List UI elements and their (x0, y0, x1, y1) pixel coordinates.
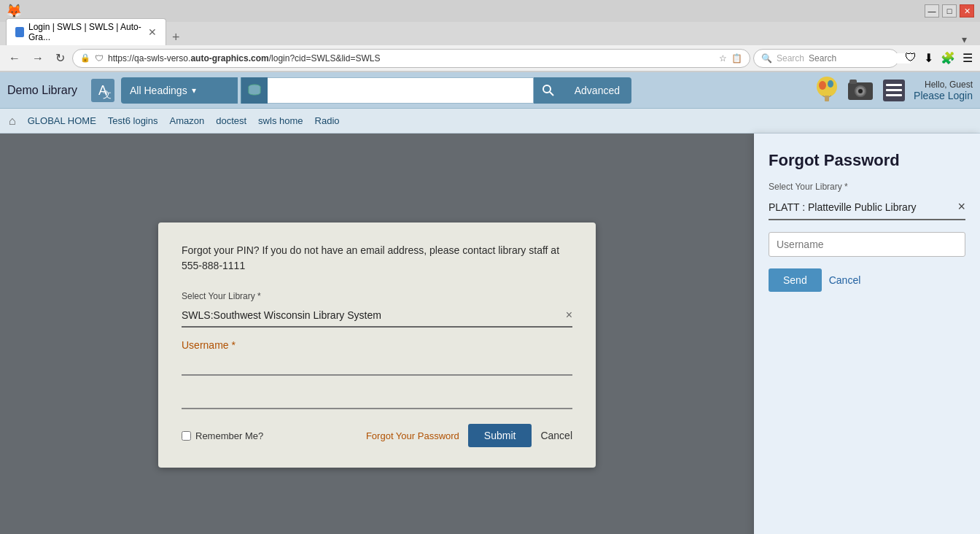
svg-rect-19 (886, 89, 902, 91)
svg-point-16 (858, 89, 863, 93)
forgot-panel-title: Forgot Password (769, 151, 965, 170)
password-group (182, 387, 572, 409)
lock-icon: 🔒 (80, 53, 90, 63)
forward-button[interactable]: → (28, 49, 48, 68)
user-section: Hello, Guest Please Login (914, 80, 973, 101)
username-label: Username * (182, 339, 572, 351)
tab-bar: Login | SWLS | SWLS | Auto-Gra... ✕ + ▾ (0, 22, 980, 45)
search-category-label: All Headings (130, 85, 187, 96)
search-bar: All Headings ▾ Advanced (121, 77, 631, 104)
login-card: Forgot your PIN? If you do not have an e… (158, 222, 596, 468)
search-button[interactable] (534, 77, 563, 104)
translate-icon[interactable]: A 文 (90, 78, 115, 103)
nav-link-swls-home[interactable]: swls home (258, 115, 303, 126)
app-header: Demo Library A 文 All Headings ▾ Adva (0, 72, 980, 109)
menu-icon[interactable]: ☰ (960, 51, 976, 65)
home-icon[interactable]: ⌂ (9, 115, 16, 128)
search-icon: 🔍 (761, 53, 772, 63)
back-button[interactable]: ← (4, 49, 25, 68)
bookmark-icon[interactable]: 📋 (731, 53, 742, 63)
svg-rect-20 (886, 94, 902, 96)
database-icon[interactable] (241, 77, 268, 104)
nav-link-test6[interactable]: Test6 logins (108, 115, 158, 126)
url-domain: auto-graphics.com (190, 53, 268, 63)
remember-me-checkbox[interactable] (182, 431, 191, 441)
main-content: Forgot your PIN? If you do not have an e… (0, 134, 980, 534)
library-select-group: Select Your Library * SWLS:Southwest Wis… (182, 291, 572, 328)
remember-me-text: Remember Me? (195, 430, 263, 441)
nav-link-doctest[interactable]: doctest (216, 115, 246, 126)
forgot-pin-text: Forgot your PIN? If you do not have an e… (182, 243, 572, 274)
extension-icon[interactable]: 🧩 (938, 51, 958, 65)
panel-library-clear-button[interactable]: × (957, 199, 965, 214)
svg-point-8 (828, 80, 833, 88)
forgot-password-link[interactable]: Forgot Your Password (366, 430, 459, 441)
browser-search-input[interactable] (809, 53, 911, 63)
firefox-logo: 🦊 (6, 3, 22, 19)
balloon-icon[interactable] (813, 77, 841, 104)
window-controls: — □ ✕ (925, 4, 974, 18)
tab-close-button[interactable]: ✕ (148, 26, 157, 38)
cancel-link[interactable]: Cancel (540, 430, 572, 441)
browser-chrome: 🦊 — □ ✕ Login | SWLS | SWLS | Auto-Gra..… (0, 0, 980, 72)
active-tab[interactable]: Login | SWLS | SWLS | Auto-Gra... ✕ (6, 18, 166, 45)
star-icon[interactable]: ☆ (719, 53, 727, 63)
search-category-dropdown[interactable]: All Headings ▾ (121, 77, 238, 104)
url-shield-icon: 🛡 (95, 53, 104, 63)
panel-cancel-button[interactable]: Cancel (829, 274, 861, 286)
panel-library-label: Select Your Library * (769, 182, 965, 192)
library-select-label: Select Your Library * (182, 291, 572, 301)
send-button[interactable]: Send (769, 268, 822, 292)
svg-point-4 (543, 85, 551, 93)
library-select-box: SWLS:Southwest Wisconsin Library System … (182, 304, 572, 328)
url-prefix: https://qa-swls-verso. (108, 53, 190, 63)
nav-link-radio[interactable]: Radio (315, 115, 340, 126)
username-group: Username * (182, 339, 572, 376)
tab-label: Login | SWLS | SWLS | Auto-Gra... (28, 22, 144, 42)
form-footer: Remember Me? Forgot Your Password Submit… (182, 424, 572, 447)
svg-line-5 (550, 92, 553, 96)
nav-links: ⌂ GLOBAL HOME Test6 logins Amazon doctes… (0, 109, 980, 134)
svg-rect-18 (886, 84, 902, 86)
camera-icon[interactable] (847, 77, 874, 104)
tab-favicon (15, 27, 24, 37)
library-select-value: SWLS:Southwest Wisconsin Library System (182, 309, 566, 321)
submit-button[interactable]: Submit (468, 424, 532, 447)
minimize-button[interactable]: — (925, 4, 939, 18)
nav-icons: 🛡 ⬇ 🧩 ☰ (902, 51, 976, 65)
nav-link-amazon[interactable]: Amazon (169, 115, 204, 126)
nav-bar: ← → ↻ 🔒 🛡 https://qa-swls-verso.auto-gra… (0, 45, 980, 71)
panel-library-group: Select Your Library * PLATT : Plattevill… (769, 182, 965, 220)
new-tab-button[interactable]: + (166, 30, 186, 45)
panel-library-value: PLATT : Platteville Public Library (769, 201, 957, 213)
reload-button[interactable]: ↻ (51, 48, 69, 68)
close-button[interactable]: ✕ (960, 4, 974, 18)
hello-text: Hello, Guest (925, 80, 973, 90)
search-input[interactable] (268, 77, 534, 104)
chevron-down-icon[interactable]: ▾ (962, 34, 967, 45)
panel-library-select: PLATT : Platteville Public Library × (769, 195, 965, 220)
title-bar-left: 🦊 (6, 3, 22, 19)
overlay: Forgot your PIN? If you do not have an e… (0, 134, 754, 534)
url-bar[interactable]: 🔒 🛡 https://qa-swls-verso.auto-graphics.… (72, 49, 750, 68)
advanced-search-button[interactable]: Advanced (563, 77, 631, 104)
login-link[interactable]: Please Login (914, 90, 973, 101)
list-icon[interactable] (880, 77, 908, 104)
maximize-button[interactable]: □ (942, 4, 957, 18)
nav-link-global-home[interactable]: GLOBAL HOME (28, 115, 96, 126)
username-input[interactable] (182, 354, 572, 376)
header-tools: Hello, Guest Please Login (813, 77, 973, 104)
panel-username-input[interactable] (769, 232, 965, 257)
browser-search-box[interactable]: 🔍 Search (753, 49, 899, 68)
form-actions: Forgot Your Password Submit Cancel (366, 424, 572, 447)
svg-point-7 (819, 81, 826, 90)
svg-rect-13 (849, 80, 857, 84)
url-path: /login?cid=SWLS&lid=SWLS (269, 53, 381, 63)
password-input[interactable] (182, 387, 572, 409)
library-clear-button[interactable]: × (566, 309, 572, 322)
remember-me-label[interactable]: Remember Me? (182, 430, 263, 441)
library-name: Demo Library (7, 84, 77, 97)
browser-search-placeholder: Search (777, 53, 804, 63)
download-icon[interactable]: ⬇ (921, 51, 936, 65)
shield-icon: 🛡 (902, 51, 919, 65)
